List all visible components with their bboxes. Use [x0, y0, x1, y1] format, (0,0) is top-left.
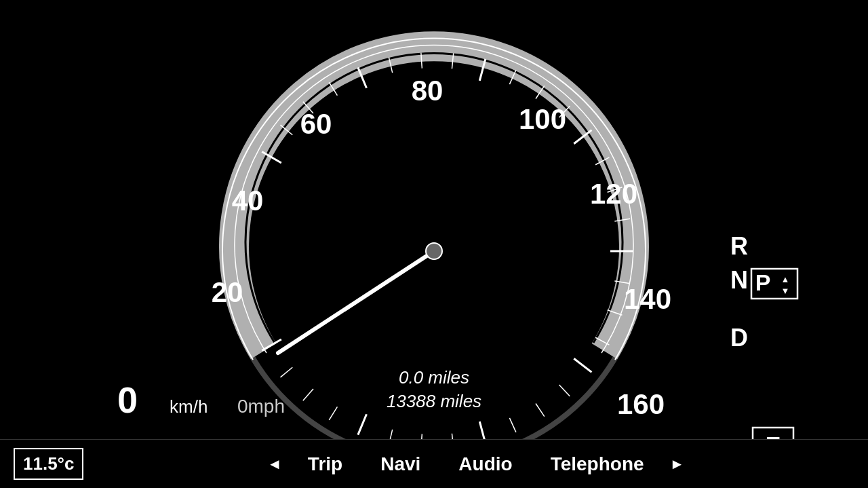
gear-arrow-down: ▼	[781, 286, 790, 296]
gear-p: P	[755, 269, 771, 295]
speed-mph-value: 0mph	[237, 396, 285, 417]
temperature-value: 11.5°c	[23, 453, 74, 474]
gear-r: R	[730, 232, 748, 260]
speed-label-120: 120	[590, 178, 637, 210]
dashboard: 20 40 60 80 100 120 140 160	[0, 0, 868, 488]
tick-110	[536, 403, 545, 416]
tick-115	[509, 418, 515, 432]
speedometer-needle	[278, 251, 434, 353]
speed-kmh-value: 0	[117, 379, 138, 420]
gear-d: D	[730, 324, 748, 352]
nav-item-telephone[interactable]: Telephone	[532, 453, 663, 475]
tick-150	[303, 389, 313, 400]
needle-center-dot	[426, 243, 442, 259]
bottom-navigation-bar: 11.5°c ◄ Trip Navi Audio Telephone ►	[0, 439, 868, 488]
tick-155	[281, 367, 293, 377]
speed-label-140: 140	[624, 283, 671, 315]
speed-label-100: 100	[519, 103, 566, 135]
speed-label-80: 80	[412, 75, 443, 107]
nav-item-navi[interactable]: Navi	[361, 453, 439, 475]
gear-n: N	[730, 266, 748, 294]
speed-label-160: 160	[617, 388, 665, 420]
tick-145	[329, 407, 337, 420]
nav-item-trip[interactable]: Trip	[289, 453, 361, 475]
tick-140	[358, 414, 367, 434]
temperature-display: 11.5°c	[14, 448, 83, 480]
tick-105	[559, 385, 570, 396]
speedometer-svg: 20 40 60 80 100 120 140 160	[0, 0, 868, 488]
nav-item-audio[interactable]: Audio	[439, 453, 531, 475]
speed-kmh-unit: km/h	[170, 396, 208, 417]
speed-label-20: 20	[212, 276, 243, 308]
nav-arrow-left[interactable]: ◄	[260, 455, 289, 473]
nav-menu: ◄ Trip Navi Audio Telephone ►	[97, 453, 854, 475]
speed-label-40: 40	[232, 185, 264, 217]
odometer-value: 13388 miles	[387, 391, 481, 411]
trip-value: 0.0 miles	[399, 367, 469, 388]
gear-arrow-up: ▲	[781, 274, 790, 284]
nav-arrow-right[interactable]: ►	[663, 455, 692, 473]
speed-label-60: 60	[300, 108, 332, 140]
tick-100	[574, 358, 591, 372]
